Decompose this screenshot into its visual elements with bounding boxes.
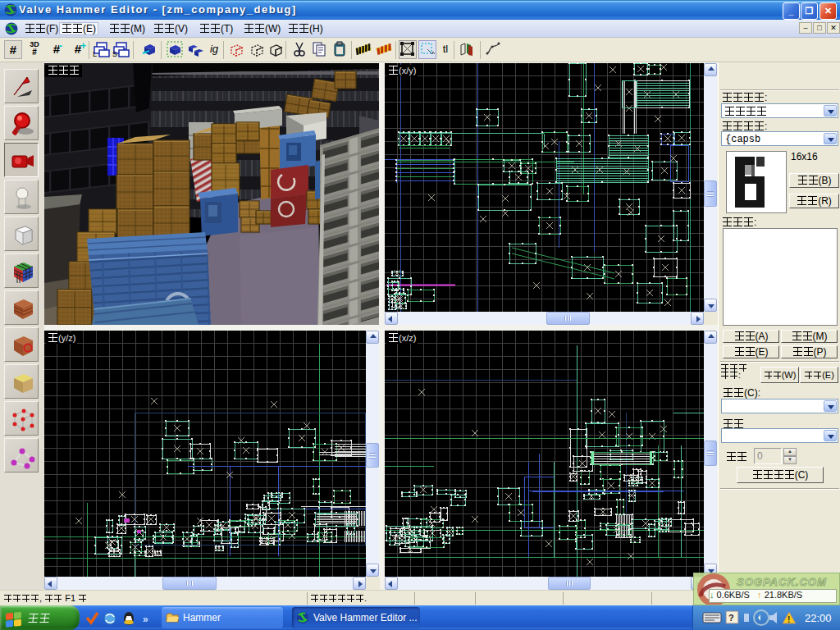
svg-text:S: S <box>112 50 117 58</box>
svg-text:L: L <box>93 50 97 58</box>
svg-text:?: ? <box>728 613 734 623</box>
svg-text:»: » <box>143 614 148 625</box>
svg-text:!: ! <box>788 615 790 624</box>
svg-text:22:00: 22:00 <box>805 612 832 624</box>
